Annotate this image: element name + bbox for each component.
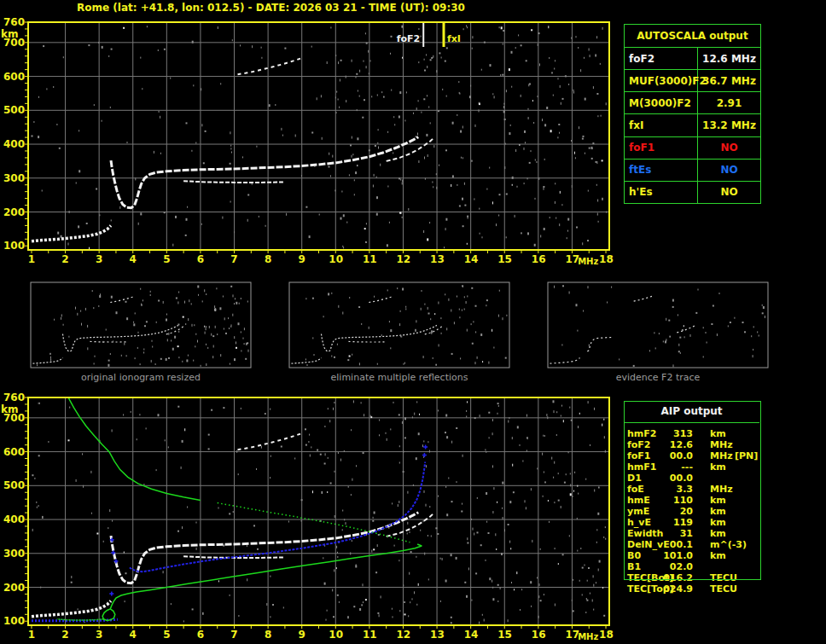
axis-tick-label: 4 (126, 253, 140, 265)
axis-tick-label: 3 (92, 253, 106, 265)
param-value: NO (698, 182, 760, 203)
param-label: foF1 (625, 137, 698, 159)
processing-thumbnail (31, 282, 251, 368)
param-value: 02.0 (648, 561, 693, 572)
aip-table-row: foE3.3MHz (624, 484, 759, 495)
param-unit: m^(-3) (710, 539, 747, 550)
page-title: Rome (lat: +41.8, lon: 012.5) - DATE: 20… (77, 2, 465, 14)
table-row-hes: h'Es NO (625, 182, 760, 203)
aip-table-row: TEC[Bot]016.2TECU (624, 572, 759, 583)
critical-frequency-marker-label: fxI (447, 33, 461, 44)
axis-tick-label: 300 (1, 548, 25, 560)
axis-tick-label: 13 (430, 629, 444, 641)
axis-tick-label: 12 (396, 253, 410, 265)
axis-tick-label: 11 (363, 253, 376, 265)
param-label: foE (627, 484, 644, 495)
table-row-muf3000f2: MUF(3000)F2 36.7 MHz (625, 70, 760, 92)
axis-tick-label: 300 (1, 172, 25, 184)
aip-table-row: B0101.0km (624, 550, 759, 561)
thumbnail-caption-original: original ionogram resized (31, 372, 251, 383)
aip-table-row: foF100.0MHz[PN] (624, 450, 759, 461)
axis-tick-label: km (1, 403, 25, 415)
param-value: 12.6 (648, 439, 693, 450)
axis-tick-label: 100 (1, 240, 25, 252)
axis-tick-label: 8 (261, 253, 275, 265)
aip-table-row: B102.0 (624, 561, 759, 572)
axis-tick-label: 16 (532, 253, 545, 265)
axis-tick-label: 500 (1, 479, 25, 491)
param-unit: MHz (710, 450, 733, 461)
param-label: D1 (627, 473, 642, 484)
axis-tick-label: 10 (329, 253, 342, 265)
param-label: fxI (625, 114, 698, 136)
table-row-fxi: fxI 13.2 MHz (625, 114, 760, 136)
axis-tick-label: 5 (160, 629, 173, 641)
axis-tick-label: 6 (194, 253, 207, 265)
axis-tick-label: 400 (1, 513, 25, 525)
axis-tick-label: 9 (295, 253, 309, 265)
axis-tick-label: 400 (1, 138, 25, 150)
processing-thumbnail (289, 282, 509, 368)
axis-tick-label: 7 (228, 253, 241, 265)
param-label: ymE (627, 506, 649, 517)
param-unit: km (710, 495, 726, 506)
axis-tick-label: 10 (329, 629, 342, 641)
axis-tick-label: 14 (464, 253, 478, 265)
param-label: MUF(3000)F2 (625, 70, 698, 91)
processing-thumbnail (548, 282, 768, 368)
param-unit: TECU (710, 583, 737, 595)
axis-tick-label: 5 (160, 253, 173, 265)
axis-tick-label: 9 (295, 629, 309, 641)
aip-table-row: TEC[Top]024.9TECU (624, 583, 759, 595)
param-unit: km (710, 506, 726, 517)
autoscala-output-window: Rome (lat: +41.8, lon: 012.5) - DATE: 20… (0, 0, 826, 644)
param-unit: MHz (710, 484, 733, 495)
autoscala-table-title: AUTOSCALA output (625, 25, 760, 48)
param-value: 00.0 (648, 450, 693, 461)
param-unit: km (710, 550, 726, 561)
param-value: 101.0 (648, 550, 693, 561)
param-label: B1 (627, 561, 641, 572)
axis-tick-label: 200 (1, 582, 25, 594)
param-value: 016.2 (648, 572, 693, 583)
param-unit: km (710, 517, 726, 528)
axis-tick-label: 1 (25, 629, 38, 641)
axis-tick-label: 18 (599, 629, 613, 641)
critical-frequency-marker-label: foF2 (386, 33, 420, 44)
axis-tick-label: 17 (565, 629, 579, 641)
param-unit: TECU (710, 572, 737, 583)
table-row-m3000f2: M(3000)F2 2.91 (625, 92, 760, 114)
axis-tick-label: MHz (578, 257, 598, 266)
axis-tick-label: 4 (126, 629, 140, 641)
axis-tick-label: MHz (578, 632, 598, 641)
aip-output-table: AIP output hmF2313kmfoF212.6MHzfoF100.0M… (624, 401, 759, 595)
param-value: 110 (648, 495, 693, 506)
autoscala-output-table: AUTOSCALA output foF2 12.6 MHz MUF(3000)… (624, 24, 761, 204)
axis-tick-label: 12 (396, 629, 410, 641)
aip-table-rows: hmF2313kmfoF212.6MHzfoF100.0MHz[PN]hmF1-… (624, 423, 759, 595)
param-value: 31 (648, 528, 693, 539)
param-label: B0 (627, 550, 641, 561)
aip-table-row: DelN_vE00.1m^(-3) (624, 539, 759, 550)
param-unit: km (710, 428, 726, 439)
param-label: hmE (627, 495, 650, 506)
thumbnail-caption-f2trace: evidence F2 trace (548, 372, 768, 383)
axis-tick-label: 2 (59, 253, 73, 265)
aip-table-row: D100.0 (624, 473, 759, 484)
axis-tick-label: 6 (194, 629, 207, 641)
aip-table-row: ymE20km (624, 506, 759, 517)
table-row-ftes: ftEs NO (625, 160, 760, 182)
axis-tick-label: 2 (59, 629, 73, 641)
aip-table-row: hmF2313km (624, 428, 759, 439)
param-value: NO (698, 137, 760, 159)
axis-tick-label: 100 (1, 615, 25, 627)
param-label: h'Es (625, 182, 698, 203)
param-value: --- (648, 461, 693, 473)
param-value: 024.9 (648, 583, 693, 595)
axis-tick-label: 3 (92, 629, 106, 641)
axis-tick-label: 600 (1, 71, 25, 83)
param-value: 119 (648, 517, 693, 528)
aip-table-title: AIP output (624, 401, 759, 423)
param-unit: km (710, 528, 726, 539)
axis-tick-label: 760 (1, 392, 25, 403)
